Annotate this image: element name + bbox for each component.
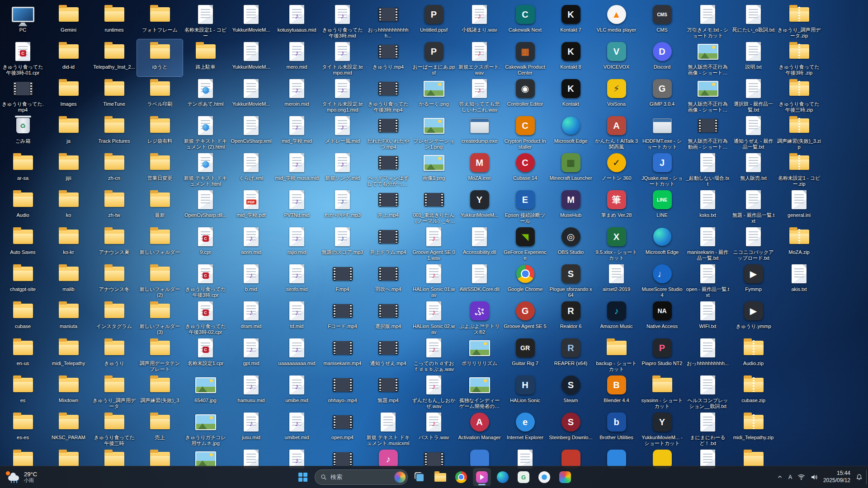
- desktop-icon[interactable]: VVOICEVOX: [594, 39, 639, 76]
- desktop-icon[interactable]: きゅうり食ってた午後3時.mp4: [365, 76, 411, 113]
- desktop-icon[interactable]: ♪: [365, 447, 411, 469]
- desktop-icon[interactable]: AWSSDK.Core.dll: [457, 262, 502, 299]
- desktop-icon[interactable]: OpenCvSharp.dll...: [183, 188, 228, 225]
- desktop-icon[interactable]: SSteinberg Downlo...: [548, 410, 594, 447]
- desktop-icon[interactable]: SSteam: [548, 373, 594, 410]
- desktop-icon[interactable]: ♪: [274, 447, 320, 469]
- desktop-icon[interactable]: ♪新規ソング.mid: [320, 150, 365, 188]
- desktop-icon[interactable]: ♪uaaaaaaaaa.mid: [274, 336, 320, 373]
- desktop-icon[interactable]: 井上ドラム.mp4: [365, 225, 411, 262]
- desktop-icon[interactable]: ♪こってのｈｄすおｆｄｓｂぶぁ.wav: [411, 336, 457, 373]
- desktop-icon[interactable]: JJQuake.exe - ショートカット: [639, 150, 685, 188]
- desktop-icon[interactable]: CMSCMS: [639, 2, 685, 39]
- weather-widget[interactable]: 29°C 小雨: [0, 466, 44, 488]
- volume-icon[interactable]: [811, 474, 818, 480]
- desktop-icon[interactable]: きゅうりガチコレ用サムネ.jpg: [183, 410, 228, 447]
- desktop-icon[interactable]: きゅうり食ってた午後三時.zip: [776, 76, 822, 113]
- desktop-icon[interactable]: YYukkuriMovieM...: [457, 188, 502, 225]
- desktop-icon[interactable]: ♪新規エクスポート.wav: [457, 39, 502, 76]
- desktop-icon[interactable]: ♪dram.mid: [228, 299, 274, 336]
- desktop-icon[interactable]: テンポあて.html: [183, 76, 228, 113]
- desktop-icon[interactable]: ♪mid_学校.mid: [274, 113, 320, 150]
- desktop-icon[interactable]: YukkuriMovieM...: [228, 2, 274, 39]
- desktop-icon[interactable]: [685, 447, 731, 469]
- desktop-icon[interactable]: KKontakt 7: [548, 2, 594, 39]
- desktop-icon[interactable]: ラベル印刷: [137, 76, 183, 113]
- desktop-icon[interactable]: Google Chrome: [502, 262, 548, 299]
- desktop-icon[interactable]: 新しいフォルダー: [137, 225, 183, 262]
- desktop-icon[interactable]: jijii: [46, 150, 91, 188]
- desktop-icon[interactable]: Microsoft Edge: [548, 113, 594, 150]
- desktop-icon[interactable]: [639, 447, 685, 469]
- desktop-icon[interactable]: createdump.exe: [457, 113, 502, 150]
- desktop-icon[interactable]: おっhhhhhhhhhh...: [685, 336, 731, 373]
- desktop-icon[interactable]: ♪わかりやす.mp3: [320, 188, 365, 225]
- desktop-icon[interactable]: インスタグラム: [91, 299, 137, 336]
- desktop-icon[interactable]: 001_東北きりたん（ノーマル）_今しゃ...: [411, 188, 457, 225]
- desktop-icon[interactable]: Fコード.mp4: [320, 299, 365, 336]
- desktop-icon[interactable]: レジ袋有料: [137, 113, 183, 150]
- desktop-icon[interactable]: manisekarin - 親作品一覧.txt: [685, 225, 731, 262]
- desktop-icon[interactable]: HDDFMT.exe - ショートカット: [639, 113, 685, 150]
- desktop-icon[interactable]: 万引きメモ.txt - ショートカット: [685, 2, 731, 39]
- desktop-icon[interactable]: akis.txt: [776, 262, 822, 299]
- desktop-icon[interactable]: ja: [46, 113, 91, 150]
- desktop-icon[interactable]: ぷぷよぷよ™テトリス®2: [457, 299, 502, 336]
- desktop-icon[interactable]: C名称未設定1.cpr: [183, 336, 228, 373]
- desktop-icon[interactable]: ♪Amazon Music: [594, 299, 639, 336]
- desktop-icon[interactable]: まにまにわーるど！.txt: [685, 410, 731, 447]
- taskbar-app-task-view[interactable]: [410, 468, 429, 486]
- desktop-icon[interactable]: EEpson 接続診断ツール: [502, 188, 548, 225]
- desktop-icon[interactable]: es: [0, 373, 46, 410]
- desktop-icon[interactable]: ▦Minecraft Launcher: [548, 150, 594, 188]
- desktop-icon[interactable]: [594, 447, 639, 469]
- taskbar-app-file-explorer[interactable]: [431, 468, 449, 486]
- desktop-icon[interactable]: airset2-2019: [594, 262, 639, 299]
- desktop-icon[interactable]: open.mp4: [320, 410, 365, 447]
- desktop-icon[interactable]: [228, 447, 274, 469]
- taskbar-app-colorful-app[interactable]: [556, 468, 574, 486]
- desktop-icon[interactable]: だれだFXいれたやつ.mp4: [365, 113, 411, 150]
- desktop-icon[interactable]: ♪jusu.mid: [228, 410, 274, 447]
- desktop-icon[interactable]: 新しいフォルダー (3): [137, 299, 183, 336]
- desktop-icon[interactable]: Pおーばーまにあ.ppsf: [411, 39, 457, 76]
- desktop-icon[interactable]: ポリリリリズム: [457, 336, 502, 373]
- desktop-icon[interactable]: ▶きゅうり.ymmp: [731, 299, 776, 336]
- desktop-icon[interactable]: YYukkuriMovieM... - ショートカット: [639, 410, 685, 447]
- desktop-icon[interactable]: 新規 テキスト ドキュメント (2).html: [183, 113, 228, 150]
- desktop-icon[interactable]: ♪gpt.mid: [228, 336, 274, 373]
- desktop-icon[interactable]: AActivation Manager: [457, 410, 502, 447]
- desktop-icon[interactable]: PC: [0, 2, 46, 39]
- desktop-icon[interactable]: 無人販売.txt: [731, 150, 776, 188]
- desktop-icon[interactable]: [502, 447, 548, 469]
- desktop-icon[interactable]: malib: [46, 262, 91, 299]
- desktop-icon[interactable]: CCakewalk Next: [502, 2, 548, 39]
- desktop-icon[interactable]: es-es: [0, 410, 46, 447]
- desktop-icon[interactable]: 名称未設定1 - コピー: [183, 2, 228, 39]
- desktop-icon[interactable]: 無人販売不正行為画像 - ショートカット: [685, 76, 731, 113]
- desktop-icon[interactable]: midi_Telepathy: [46, 336, 91, 373]
- desktop-icon[interactable]: Cきゅうり食ってた午後3時.cpr: [183, 262, 228, 299]
- desktop-icon[interactable]: ♪umibet.mid: [274, 410, 320, 447]
- desktop-icon[interactable]: bBrother Utilities: [594, 410, 639, 447]
- desktop-icon[interactable]: [457, 447, 502, 469]
- desktop-icon[interactable]: ♪rajio.mid: [274, 225, 320, 262]
- desktop-icon[interactable]: eInternet Explorer: [502, 410, 548, 447]
- desktop-icon[interactable]: ◥GeForce Experience: [502, 225, 548, 262]
- desktop-icon[interactable]: F.mp4: [320, 262, 365, 299]
- desktop-icon[interactable]: [183, 447, 228, 469]
- desktop-icon[interactable]: Audio.zip: [731, 336, 776, 373]
- desktop-icon[interactable]: ♪PVTNd.mid: [274, 188, 320, 225]
- desktop-icon[interactable]: [411, 447, 457, 469]
- desktop-icon[interactable]: ゆうと: [137, 39, 183, 76]
- desktop-icon[interactable]: 井上.mp4: [365, 188, 411, 225]
- desktop-icon[interactable]: 路上駐車: [183, 39, 228, 76]
- desktop-icon[interactable]: GGroove Agent SE 5: [502, 299, 548, 336]
- desktop-icon[interactable]: ♪sirofo.mid: [274, 262, 320, 299]
- desktop-icon[interactable]: MMoZA.exe: [457, 150, 502, 188]
- desktop-icon[interactable]: cubase: [0, 299, 46, 336]
- desktop-icon[interactable]: Track Pictures: [91, 113, 137, 150]
- desktop-icon[interactable]: ksks.txt: [685, 188, 731, 225]
- desktop-icon[interactable]: ♩MuseScore Studio 4: [639, 262, 685, 299]
- desktop-icon[interactable]: くらげ.xml: [228, 150, 274, 188]
